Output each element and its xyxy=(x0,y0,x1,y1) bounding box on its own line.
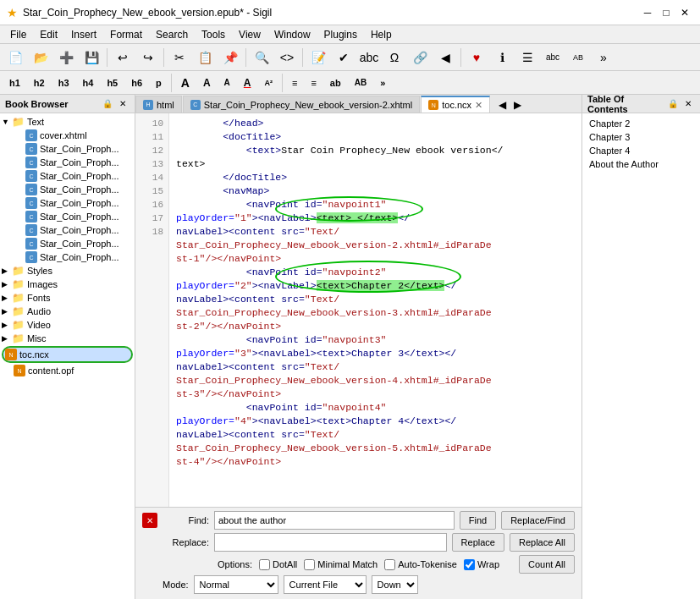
h5-button[interactable]: h5 xyxy=(101,74,124,92)
panel-close-button[interactable]: ✕ xyxy=(116,97,130,111)
panel-lock-button[interactable]: 🔒 xyxy=(101,97,114,111)
bold-button[interactable]: ab xyxy=(324,74,347,92)
replace-input[interactable] xyxy=(214,533,447,552)
toc-item-ch3[interactable]: Chapter 3 xyxy=(586,130,697,144)
replace-button[interactable]: Replace xyxy=(452,533,504,552)
new-button[interactable]: 📄 xyxy=(3,47,27,69)
count-all-button[interactable]: Count All xyxy=(519,555,575,574)
wrap-option[interactable]: Wrap xyxy=(464,559,499,570)
minimize-button[interactable]: ─ xyxy=(639,4,656,21)
maximize-button[interactable]: □ xyxy=(658,4,675,21)
copy-button[interactable]: 📋 xyxy=(193,47,217,69)
h6-button[interactable]: h6 xyxy=(125,74,148,92)
tree-folder-fonts[interactable]: ▶ 📁 Fonts xyxy=(0,291,135,305)
toc-item-ch4[interactable]: Chapter 4 xyxy=(586,144,697,157)
validate-button[interactable]: ✔ xyxy=(332,47,356,69)
heart-button[interactable]: ♥ xyxy=(465,47,488,69)
h4-button[interactable]: h4 xyxy=(77,74,100,92)
undo-button[interactable]: ↩ xyxy=(111,47,135,69)
h3-button[interactable]: h3 xyxy=(52,74,75,92)
dotall-checkbox[interactable] xyxy=(259,559,270,570)
replace-all-button[interactable]: Replace All xyxy=(510,533,575,552)
tree-file-8[interactable]: CStar_Coin_Proph... xyxy=(12,237,135,250)
font-small-button[interactable]: A xyxy=(218,74,236,92)
font-color-button[interactable]: A xyxy=(238,74,257,92)
tree-file-1[interactable]: CStar_Coin_Proph... xyxy=(12,142,135,156)
toc-button[interactable]: ☰ xyxy=(515,47,539,69)
tree-folder-audio[interactable]: ▶ 📁 Audio xyxy=(0,305,135,318)
tree-file-9[interactable]: CStar_Coin_Proph... xyxy=(12,250,135,264)
tree-folder-styles[interactable]: ▶ 📁 Styles xyxy=(0,264,135,278)
case-upper-button[interactable]: AB xyxy=(349,74,372,92)
tree-file-toc[interactable]: N toc.ncx xyxy=(2,346,133,363)
spell2-button[interactable]: abc xyxy=(541,47,565,69)
tree-file-4[interactable]: CStar_Coin_Proph... xyxy=(12,183,135,196)
mode-select[interactable]: Normal Case Sensitive Regex xyxy=(194,575,278,594)
code-editor[interactable]: 10 11 12 13 14 15 16 17 xyxy=(135,113,581,507)
tree-file-2[interactable]: CStar_Coin_Proph... xyxy=(12,156,135,169)
h2-button[interactable]: h2 xyxy=(28,74,51,92)
menu-edit[interactable]: Edit xyxy=(33,27,64,42)
search-button[interactable]: 🔍 xyxy=(250,47,273,69)
more-button[interactable]: » xyxy=(592,47,615,69)
paste-button[interactable]: 📌 xyxy=(218,47,242,69)
auto-tokenise-checkbox[interactable] xyxy=(384,559,395,570)
menu-search[interactable]: Search xyxy=(149,27,195,42)
tree-file-7[interactable]: CStar_Coin_Proph... xyxy=(12,223,135,237)
tree-file-content[interactable]: N content.opf xyxy=(0,364,135,377)
tree-folder-images[interactable]: ▶ 📁 Images xyxy=(0,278,135,291)
case-button[interactable]: AB xyxy=(566,47,590,69)
font-super-button[interactable]: A² xyxy=(259,74,279,92)
tree-file-6[interactable]: CStar_Coin_Proph... xyxy=(12,210,135,223)
replace-find-button[interactable]: Replace/Find xyxy=(501,511,575,530)
menu-plugins[interactable]: Plugins xyxy=(317,27,364,42)
save-button[interactable]: 💾 xyxy=(80,47,103,69)
format-button[interactable]: 📝 xyxy=(306,47,330,69)
menu-window[interactable]: Window xyxy=(267,27,317,42)
close-button[interactable]: ✕ xyxy=(676,4,693,21)
info-button[interactable]: ℹ xyxy=(490,47,514,69)
toc-close-button[interactable]: ✕ xyxy=(681,97,695,111)
dotall-option[interactable]: DotAll xyxy=(259,559,297,570)
find-close-button[interactable]: ✕ xyxy=(142,513,157,528)
tab-close-toc[interactable]: ✕ xyxy=(475,100,482,111)
font-large-button[interactable]: A xyxy=(175,74,196,92)
menu-tools[interactable]: Tools xyxy=(195,27,232,42)
menu-view[interactable]: View xyxy=(232,27,267,42)
wrap-checkbox[interactable] xyxy=(464,559,475,570)
menu-format[interactable]: Format xyxy=(103,27,149,42)
tree-folder-text[interactable]: ▼ 📁 Text xyxy=(0,115,135,129)
toc-item-author[interactable]: About the Author xyxy=(586,157,697,171)
tree-folder-misc[interactable]: ▶ 📁 Misc xyxy=(0,332,135,345)
link-button[interactable]: 🔗 xyxy=(408,47,432,69)
scope-select[interactable]: Current File All HTML Files xyxy=(284,575,367,594)
toc-item-ch2[interactable]: Chapter 2 xyxy=(586,117,697,130)
tree-folder-video[interactable]: ▶ 📁 Video xyxy=(0,318,135,332)
cut-button[interactable]: ✂ xyxy=(168,47,191,69)
tree-file-3[interactable]: CStar_Coin_Proph... xyxy=(12,169,135,183)
redo-button[interactable]: ↪ xyxy=(136,47,160,69)
minimal-match-checkbox[interactable] xyxy=(304,559,315,570)
font-med-button[interactable]: A xyxy=(197,74,217,92)
align-center-button[interactable]: ≡ xyxy=(305,74,322,92)
tree-file-5[interactable]: CStar_Coin_Proph... xyxy=(12,196,135,210)
toc-lock-button[interactable]: 🔒 xyxy=(666,97,680,111)
direction-select[interactable]: Down Up xyxy=(372,575,418,594)
menu-help[interactable]: Help xyxy=(364,27,399,42)
menu-file[interactable]: File xyxy=(3,27,33,42)
tab-toc[interactable]: N toc.ncx ✕ xyxy=(421,96,490,113)
tab-star-coin[interactable]: C Star_Coin_Prophecy_New_ebook_version-2… xyxy=(183,96,420,113)
more2-button[interactable]: » xyxy=(374,74,391,92)
nav-back-button[interactable]: ◀ xyxy=(433,47,457,69)
tab-nav-left[interactable]: ◀ xyxy=(494,97,510,113)
minimal-match-option[interactable]: Minimal Match xyxy=(304,559,378,570)
align-left-button[interactable]: ≡ xyxy=(286,74,303,92)
menu-insert[interactable]: Insert xyxy=(64,27,103,42)
tree-file-cover[interactable]: C cover.xhtml xyxy=(12,129,135,142)
auto-tokenise-option[interactable]: Auto-Tokenise xyxy=(384,559,457,570)
tab-nav-right[interactable]: ▶ xyxy=(510,97,525,113)
p-button[interactable]: p xyxy=(150,74,168,92)
find-button[interactable]: Find xyxy=(460,511,496,530)
source-button[interactable]: <> xyxy=(275,47,299,69)
add-file-button[interactable]: ➕ xyxy=(54,47,78,69)
